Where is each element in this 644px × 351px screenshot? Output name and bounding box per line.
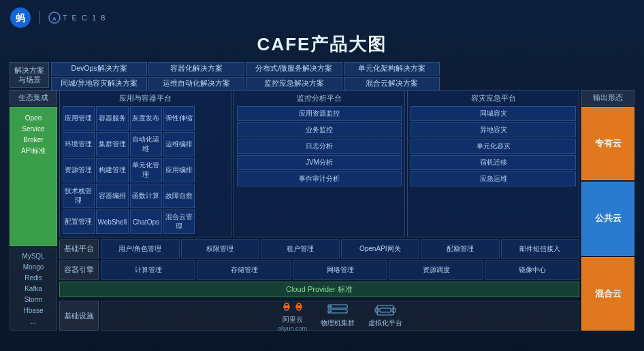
base-platform-row: 基础平台 用户/角色管理 权限管理 租户管理 OpenAPI网关 配额管理 邮件… [59,239,579,258]
ant-financial-logo: 蚂 [10,7,31,29]
sol-hybrid: 混合云解决方案 [344,77,440,90]
platform-area: 生态集成 OpenServiceBrokerAPI标准 MySQLMongoRe… [10,90,634,331]
base-tenant: 租户管理 [261,239,340,258]
aliyun-icon [282,300,304,314]
base-platform-label: 基础平台 [59,239,99,258]
sol-ops-auto: 运维自动化解决方案 [148,77,244,90]
virtual-text: 虚拟化平台 [368,318,402,328]
container-engine-items: 计算管理 存储管理 网络管理 资源调度 镜像中心 [101,261,579,280]
app-cell-build: 构建管理 [96,158,129,182]
logo-divider [39,11,40,24]
top-bar: 蚂 A T E C 1 8 [10,7,634,29]
dis-vm: 宿机迁移 [410,155,576,170]
center-content: 应用与容器平台 应用管理 容器服务 灰度发布 弹性伸缩 环境管理 集群管理 自动… [59,90,579,331]
app-cell-unit: 单元化管理 [130,158,162,182]
eco-db-list: MySQLMongoRedisKafkaStormHbase... [10,248,57,331]
app-platform: 应用与容器平台 应用管理 容器服务 灰度发布 弹性伸缩 环境管理 集群管理 自动… [59,90,231,237]
app-cell-empty4 [196,184,228,208]
monitoring-platform: 监控分析平台 应用资源监控 业务监控 日志分析 JVM分析 事件审计分析 [234,90,406,237]
eng-storage: 存储管理 [197,261,291,280]
app-cell-techstack: 技术栈管理 [63,184,95,208]
base-platform-items: 用户/角色管理 权限管理 租户管理 OpenAPI网关 配额管理 邮件短信接入 [101,239,579,258]
disaster-cells: 同城容灾 异地容灾 单元化容灾 宿机迁移 应急运维 [410,106,576,186]
svg-rect-10 [329,306,332,307]
base-quota: 配额管理 [421,239,500,258]
app-cell-chatops: ChatOps [130,210,162,234]
sol-devops: DevOps解决方案 [51,62,147,76]
app-cell-container: 容器服务 [96,106,129,131]
container-engine-row: 容器引擎 计算管理 存储管理 网络管理 资源调度 镜像中心 [59,261,579,280]
physical-text: 物理机集群 [321,318,355,328]
app-platform-title: 应用与容器平台 [63,93,228,103]
eng-network: 网络管理 [293,261,387,280]
app-cell-webshell: WebShell [96,210,129,234]
app-cell-empty2 [196,132,228,156]
atec-text: T E C 1 8 [63,14,106,22]
app-cell-res: 资源管理 [63,158,95,182]
sol-container: 容器化解决方案 [148,62,244,76]
logo-area: 蚂 A T E C 1 8 [10,7,106,29]
infra-row: 基础设施 阿里云aliyun.com [59,301,579,331]
disaster-platform: 容灾应急平台 同城容灾 异地容灾 单元化容灾 宿机迁移 应急运维 [407,90,579,237]
app-cell-config: 配置管理 [63,210,95,234]
sol-unit: 单元化架构解决方案 [344,62,440,76]
ecosystem-col: 生态集成 OpenServiceBrokerAPI标准 MySQLMongoRe… [10,90,57,331]
atec-icon: A [48,12,61,24]
infra-items: 阿里云aliyun.com 物理机集群 [101,301,579,331]
page-title: CAFE产品大图 [10,33,634,56]
app-cell-cluster: 集群管理 [96,132,129,156]
app-cell-gray: 灰度发布 [130,106,162,131]
output-public: 公共云 [581,182,634,255]
base-notify: 邮件短信接入 [501,239,580,258]
solutions-label: 解决方案与场景 [10,62,49,88]
infra-physical: 物理机集群 [321,303,355,328]
svg-text:蚂: 蚂 [16,12,25,23]
physical-server-icon [327,303,349,317]
app-cell-env: 环境管理 [63,132,95,156]
app-grid: 应用管理 容器服务 灰度发布 弹性伸缩 环境管理 集群管理 自动化运维 运维编排… [63,106,228,234]
base-perm: 权限管理 [181,239,260,258]
output-label: 输出形态 [581,90,634,105]
eng-image: 镜像中心 [485,261,579,280]
solutions-row: 解决方案与场景 DevOps解决方案 容器化解决方案 分布式/微服务解决方案 单… [10,62,634,88]
dis-local: 同城容灾 [410,106,576,121]
eng-compute: 计算管理 [101,261,195,280]
mon-app: 应用资源监控 [237,106,402,121]
svg-rect-13 [380,308,391,312]
container-engine-label: 容器引擎 [59,261,99,280]
mon-log: 日志分析 [237,139,402,154]
app-cell-orch: 容器编排 [96,184,129,208]
sol-monitor: 监控应急解决方案 [246,77,342,90]
eng-schedule: 资源调度 [389,261,483,280]
app-cell-func: 函数计算 [130,184,162,208]
app-cell-autoops: 自动化运维 [130,132,162,156]
infra-label: 基础设施 [59,301,99,331]
dis-ops: 应急运维 [410,171,576,186]
base-user: 用户/角色管理 [101,239,180,258]
main-container: 蚂 A T E C 1 8 CAFE产品大图 解决方案与场景 DevOps解决方… [0,0,644,351]
mon-audit: 事件审计分析 [237,171,402,186]
app-cell-appedit: 应用编排 [163,158,195,182]
svg-text:A: A [52,16,57,22]
monitoring-cells: 应用资源监控 业务监控 日志分析 JVM分析 事件审计分析 [237,106,402,186]
platforms-row: 应用与容器平台 应用管理 容器服务 灰度发布 弹性伸缩 环境管理 集群管理 自动… [59,90,579,237]
mon-biz: 业务监控 [237,122,402,137]
solutions-grid: DevOps解决方案 容器化解决方案 分布式/微服务解决方案 单元化架构解决方案… [51,62,634,88]
app-cell-elastic: 弹性伸缩 [163,106,195,131]
ecosystem-label: 生态集成 [10,90,57,105]
sol-micro: 分布式/微服务解决方案 [246,62,342,76]
mon-jvm: JVM分析 [237,155,402,170]
infra-virtual: 虚拟化平台 [368,303,402,328]
output-hybrid: 混合云 [581,257,634,331]
atec-logo: A T E C 1 8 [48,12,106,24]
app-cell-hybrid: 混合云管理 [163,210,195,234]
app-cell-mgmt: 应用管理 [63,106,95,131]
virtual-platform-icon [374,303,396,317]
app-cell-opsorch: 运维编排 [163,132,195,156]
app-cell-empty1 [196,106,228,131]
app-cell-autoheal: 故障自愈 [163,184,195,208]
sol-disaster: 同城/异地容灾解决方案 [51,77,147,90]
app-cell-empty3 [196,158,228,182]
monitoring-title: 监控分析平台 [237,93,402,103]
output-private: 专有云 [581,107,634,180]
